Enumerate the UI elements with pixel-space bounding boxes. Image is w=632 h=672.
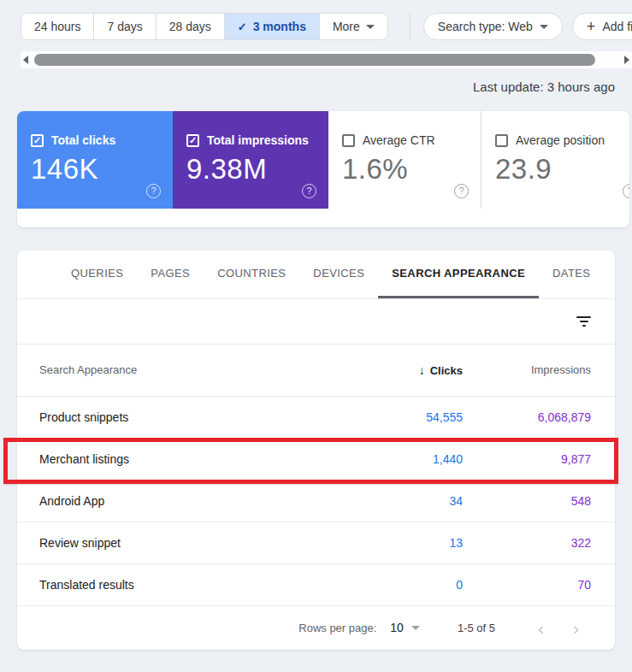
table-header: Search Appearance ↓ Clicks Impressions <box>17 345 615 397</box>
plus-icon: + <box>587 19 596 34</box>
rows-per-page-label: Rows per page: <box>298 622 376 634</box>
rows-per-page-select[interactable]: 10 <box>390 621 404 634</box>
filter-icon[interactable] <box>576 316 591 327</box>
date-range-24-hours[interactable]: 24 hours <box>21 14 93 39</box>
date-range-28-days[interactable]: 28 days <box>156 14 224 39</box>
row-clicks: 54,555 <box>426 410 463 424</box>
date-range-3-months[interactable]: ✓ 3 months <box>224 14 319 39</box>
add-filter-label: Add filter <box>602 20 632 33</box>
scrollbar-thumb[interactable] <box>34 54 595 66</box>
table-filter-row <box>17 299 615 345</box>
row-name: Translated results <box>39 578 134 592</box>
date-range-label: 3 months <box>253 20 306 33</box>
add-filter-button[interactable]: + Add filter <box>572 13 632 40</box>
next-page-button[interactable]: › <box>573 619 579 637</box>
tab-countries[interactable]: COUNTRIES <box>204 251 299 298</box>
column-header-impressions[interactable]: Impressions <box>531 363 591 376</box>
total-impressions-label: Total impressions <box>207 133 309 147</box>
report-table-panel: QUERIES PAGES COUNTRIES DEVICES SEARCH A… <box>17 251 615 650</box>
check-icon: ✓ <box>238 21 247 33</box>
table-row-translated-results[interactable]: Translated results 0 70 <box>17 564 615 606</box>
average-ctr-checkbox[interactable] <box>342 134 355 147</box>
average-ctr-label: Average CTR <box>363 133 435 147</box>
table-pagination: Rows per page: 10 1-5 of 5 ‹ › <box>17 606 615 649</box>
help-icon[interactable]: ? <box>302 184 316 198</box>
tab-queries[interactable]: QUERIES <box>57 251 137 298</box>
search-type-label: Search type: Web <box>438 20 533 33</box>
top-toolbar: 24 hours 7 days 28 days ✓ 3 months More … <box>21 13 632 40</box>
date-range-7-days[interactable]: 7 days <box>93 14 155 39</box>
row-impressions: 548 <box>571 494 591 508</box>
search-type-button[interactable]: Search type: Web <box>423 13 563 40</box>
tab-pages[interactable]: PAGES <box>137 251 204 298</box>
row-name: Merchant listings <box>39 452 129 466</box>
total-clicks-checkbox[interactable]: ✓ <box>31 134 44 147</box>
average-ctr-card[interactable]: Average CTR 1.6% ? <box>328 111 481 209</box>
average-ctr-value: 1.6% <box>342 153 467 186</box>
total-impressions-card[interactable]: ✓ Total impressions 9.38M ? <box>173 111 328 209</box>
metrics-panel: ✓ Total clicks 146K ? ✓ Total impression… <box>17 111 629 227</box>
column-header-clicks-label: Clicks <box>430 364 463 377</box>
previous-page-button[interactable]: ‹ <box>538 619 544 637</box>
tab-search-appearance[interactable]: SEARCH APPEARANCE <box>378 251 539 298</box>
row-impressions: 70 <box>577 578 591 592</box>
chevron-down-icon <box>366 25 375 29</box>
column-header-dimension: Search Appearance <box>39 363 137 376</box>
date-range-label: 28 days <box>169 20 211 33</box>
average-position-checkbox[interactable] <box>495 134 508 147</box>
toolbar-divider <box>410 14 411 39</box>
sort-descending-icon: ↓ <box>419 363 425 377</box>
table-row-review-snippet[interactable]: Review snippet 13 322 <box>17 522 615 564</box>
date-range-label: 24 hours <box>34 20 80 33</box>
date-range-group: 24 hours 7 days 28 days ✓ 3 months More <box>21 13 388 40</box>
pagination-range: 1-5 of 5 <box>458 622 495 634</box>
row-impressions: 322 <box>571 536 591 550</box>
help-icon[interactable]: ? <box>623 184 629 198</box>
row-name: Android App <box>39 494 104 508</box>
average-position-label: Average position <box>516 133 605 147</box>
table-row-android-app[interactable]: Android App 34 548 <box>17 480 615 522</box>
dimension-tabs: QUERIES PAGES COUNTRIES DEVICES SEARCH A… <box>17 251 615 299</box>
total-clicks-label: Total clicks <box>51 133 115 147</box>
row-name: Review snippet <box>39 536 121 550</box>
date-range-more-button[interactable]: More <box>319 14 387 39</box>
tab-devices[interactable]: DEVICES <box>299 251 378 298</box>
row-impressions: 9,877 <box>561 452 591 466</box>
total-clicks-card[interactable]: ✓ Total clicks 146K ? <box>17 111 173 209</box>
column-header-clicks[interactable]: ↓ Clicks <box>419 363 463 377</box>
table-row-product-snippets[interactable]: Product snippets 54,555 6,068,879 <box>17 397 615 439</box>
total-impressions-checkbox[interactable]: ✓ <box>186 134 199 147</box>
chevron-down-icon[interactable] <box>411 626 420 630</box>
last-update-text: Last update: 3 hours ago <box>473 80 615 94</box>
row-clicks: 34 <box>449 494 463 508</box>
tab-dates[interactable]: DATES <box>539 251 604 298</box>
help-icon[interactable]: ? <box>454 184 469 198</box>
chevron-down-icon <box>540 25 548 29</box>
row-clicks: 0 <box>456 578 463 592</box>
horizontal-scrollbar[interactable] <box>21 51 632 68</box>
average-position-value: 23.9 <box>495 153 616 186</box>
row-name: Product snippets <box>39 410 128 424</box>
row-impressions: 6,068,879 <box>538 410 591 424</box>
row-clicks: 1,440 <box>433 452 463 466</box>
total-clicks-value: 146K <box>31 153 159 186</box>
table-row-merchant-listings[interactable]: Merchant listings 1,440 9,877 <box>17 439 615 480</box>
date-range-label: 7 days <box>107 20 142 33</box>
date-range-label: More <box>333 20 360 33</box>
total-impressions-value: 9.38M <box>186 153 315 186</box>
help-icon[interactable]: ? <box>146 184 161 198</box>
row-clicks: 13 <box>449 536 463 550</box>
average-position-card[interactable]: Average position 23.9 ? <box>481 111 629 209</box>
scroll-left-arrow-icon[interactable] <box>23 56 28 64</box>
scroll-right-arrow-icon[interactable] <box>624 56 629 64</box>
